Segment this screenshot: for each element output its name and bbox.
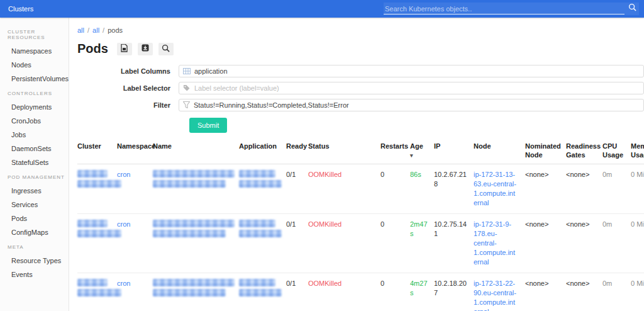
cell-age: 2m47s (410, 214, 434, 273)
redacted-text (153, 289, 226, 297)
sidebar-item-pods[interactable]: Pods (0, 212, 69, 225)
redacted-text (153, 230, 226, 237)
cell-namespace: cron (117, 273, 153, 311)
column-header-status[interactable]: Status (308, 137, 380, 164)
cell-ip: 10.2.75.141 (434, 214, 474, 273)
label-selector-field[interactable] (179, 82, 644, 94)
redacted-text (153, 180, 226, 188)
sidebar-item-nodes[interactable]: Nodes (0, 58, 69, 72)
filter-field[interactable] (179, 99, 644, 111)
search-input[interactable] (384, 3, 625, 14)
cell-age: 4m27s (410, 273, 434, 311)
label-columns-label: Label Columns (77, 67, 179, 75)
filter-input[interactable] (194, 101, 640, 109)
cell-age: 86s (410, 164, 434, 214)
submit-button[interactable]: Submit (189, 118, 227, 133)
breadcrumb-separator: / (103, 26, 104, 34)
column-header-readiness-gates[interactable]: Readiness Gates (566, 137, 602, 164)
redacted-text (77, 220, 108, 227)
cell-namespace: cron (117, 164, 153, 214)
column-header-ready[interactable]: Ready (286, 137, 308, 164)
download-button[interactable] (138, 43, 153, 55)
cell-name (153, 214, 239, 273)
redacted-text (239, 170, 275, 178)
cell-node: ip-172-31-9-178.eu-central-1.compute.int… (474, 214, 525, 273)
cell-readiness_gates: <none> (566, 273, 602, 311)
redacted-text (239, 180, 282, 188)
cell-restarts: 0 (380, 214, 410, 273)
export-file-icon (121, 44, 128, 54)
redacted-text (77, 180, 121, 188)
search-icon[interactable] (625, 3, 639, 15)
sidebar-item-persistentvolumes[interactable]: PersistentVolumes (0, 72, 69, 86)
label-columns-input[interactable] (194, 67, 640, 75)
redacted-text (77, 289, 121, 297)
label-selector-input[interactable] (194, 84, 640, 92)
app-title: Clusters (0, 5, 33, 13)
link-node[interactable]: ip-172-31-13-63.eu-central-1.compute.int… (474, 171, 516, 206)
page-title: Pods (77, 42, 108, 56)
sidebar-item-services[interactable]: Services (0, 198, 69, 212)
cell-application (239, 164, 286, 214)
column-header-namespace[interactable]: Namespace (117, 137, 153, 164)
cell-application (239, 273, 286, 311)
column-header-name[interactable]: Name (153, 137, 239, 164)
filter-label: Filter (77, 101, 179, 109)
column-header-memory-usage[interactable]: Memory Usage (631, 137, 644, 164)
cell-status: OOMKilled (308, 273, 380, 311)
link-namespace[interactable]: cron (117, 220, 130, 228)
sidebar-section-title: CONTROLLERS (0, 86, 69, 100)
cell-name (153, 164, 239, 214)
label-columns-field[interactable] (179, 65, 644, 77)
cell-ip: 10.2.18.207 (434, 273, 474, 311)
column-header-ip[interactable]: IP (434, 137, 474, 164)
sidebar-item-events[interactable]: Events (0, 268, 69, 281)
sidebar-item-statefulsets[interactable]: StatefulSets (0, 156, 69, 169)
cell-cpu: 0m (602, 164, 631, 214)
sidebar-item-namespaces[interactable]: Namespaces (0, 44, 69, 58)
cell-ready: 0/1 (286, 273, 308, 311)
column-header-application[interactable]: Application (239, 137, 286, 164)
export-button[interactable] (117, 43, 132, 55)
column-header-restarts[interactable]: Restarts (380, 137, 410, 164)
top-bar: Clusters (0, 0, 644, 18)
cell-cpu: 0m (602, 273, 631, 311)
cell-nominated_node: <none> (525, 164, 566, 214)
link-node[interactable]: ip-172-31-9-178.eu-central-1.compute.int… (474, 220, 515, 266)
table-row: cron0/1OOMKilled04m27s10.2.18.207ip-172-… (77, 273, 644, 311)
cell-application (239, 214, 286, 273)
link-node[interactable]: ip-172-31-22-90.eu-central-1.compute.int… (474, 280, 516, 311)
link-namespace[interactable]: cron (117, 171, 130, 178)
sidebar-item-jobs[interactable]: Jobs (0, 128, 69, 142)
table-search-button[interactable] (158, 43, 174, 55)
sidebar-item-daemonsets[interactable]: DaemonSets (0, 142, 69, 156)
column-header-nominated-node[interactable]: Nominated Node (525, 137, 566, 164)
redacted-text (77, 230, 121, 237)
redacted-text (239, 279, 275, 286)
cell-ready: 0/1 (286, 214, 308, 273)
redacted-text (153, 279, 235, 286)
cell-cluster (77, 164, 117, 214)
cell-memory: 0 MiB (631, 273, 644, 311)
cell-status: OOMKilled (308, 164, 380, 214)
link-namespace[interactable]: cron (117, 280, 130, 287)
breadcrumb-all[interactable]: all (77, 26, 84, 34)
cell-readiness_gates: <none> (566, 214, 602, 273)
global-search[interactable] (384, 3, 639, 15)
column-header-cluster[interactable]: Cluster (77, 137, 117, 164)
column-header-age[interactable]: Age▾ (410, 137, 434, 164)
sidebar-item-resource-types[interactable]: Resource Types (0, 254, 69, 268)
column-header-node[interactable]: Node (474, 137, 525, 164)
sidebar-item-ingresses[interactable]: Ingresses (0, 184, 69, 198)
cell-nominated_node: <none> (525, 273, 566, 311)
breadcrumb: all/all/pods (77, 26, 644, 34)
redacted-text (239, 230, 282, 237)
sidebar-item-cronjobs[interactable]: CronJobs (0, 114, 69, 128)
cell-cluster (77, 214, 117, 273)
cell-cluster (77, 273, 117, 311)
sidebar-item-deployments[interactable]: Deployments (0, 100, 69, 114)
sidebar-item-configmaps[interactable]: ConfigMaps (0, 225, 69, 239)
column-header-cpu-usage[interactable]: CPU Usage (602, 137, 631, 164)
cell-nominated_node: <none> (525, 214, 566, 273)
breadcrumb-all[interactable]: all (92, 26, 99, 34)
